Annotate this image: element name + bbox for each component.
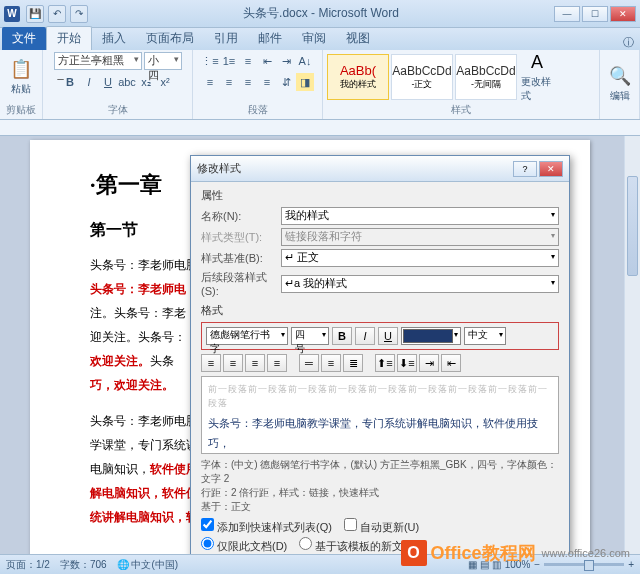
- find-icon: 🔍: [609, 65, 631, 87]
- undo-button[interactable]: ↶: [48, 5, 66, 23]
- style-description: 字体：(中文) 德彪钢笔行书字体，(默认) 方正兰亭粗黑_GBK，四号，字体颜色…: [201, 458, 559, 514]
- modify-style-dialog: 修改样式 ? ✕ 属性 名称(N): 我的样式 样式类型(T): 链接段落和字符…: [190, 155, 570, 574]
- word-count[interactable]: 字数：706: [60, 558, 107, 572]
- type-label: 样式类型(T):: [201, 230, 281, 245]
- find-button[interactable]: 🔍 编辑: [604, 59, 635, 109]
- justify-button[interactable]: ≡: [267, 354, 287, 372]
- ribbon-tabs: 文件 开始 插入 页面布局 引用 邮件 审阅 视图 ⓘ: [0, 28, 640, 50]
- style-item-nospace[interactable]: AaBbCcDd -无间隔: [455, 54, 517, 100]
- format-color-select[interactable]: [401, 327, 461, 345]
- tab-mail[interactable]: 邮件: [248, 27, 292, 50]
- spacing-15-button[interactable]: ≡: [321, 354, 341, 372]
- group-edit: 🔍 编辑: [600, 50, 640, 119]
- dialog-help-button[interactable]: ?: [513, 161, 537, 177]
- ruler[interactable]: [0, 120, 640, 136]
- save-button[interactable]: 💾: [26, 5, 44, 23]
- group-label: 样式: [327, 102, 595, 117]
- space-before-button[interactable]: ⬆≡: [375, 354, 395, 372]
- window-title: 头条号.docx - Microsoft Word: [88, 5, 554, 22]
- minimize-button[interactable]: —: [554, 6, 580, 22]
- format-bold-button[interactable]: B: [332, 327, 352, 345]
- align-right-button[interactable]: ≡: [239, 73, 257, 91]
- paste-button[interactable]: 📋 粘贴: [4, 52, 38, 102]
- superscript-button[interactable]: x²: [156, 73, 174, 91]
- indent-dec-button[interactable]: ⇤: [441, 354, 461, 372]
- align-center-button[interactable]: ≡: [220, 73, 238, 91]
- dialog-title: 修改样式: [197, 161, 511, 176]
- format-toolbar: ≡ ≡ ≡ ≡ ═ ≡ ≣ ⬆≡ ⬇≡ ⇥ ⇤: [201, 354, 559, 372]
- ribbon: 📋 粘贴 剪贴板 方正兰亭粗黑_ 小四 B I U abc x₂ x² 字体: [0, 50, 640, 120]
- numbering-button[interactable]: 1≡: [220, 52, 238, 70]
- dialog-titlebar[interactable]: 修改样式 ? ✕: [191, 156, 569, 182]
- align-center-button[interactable]: ≡: [223, 354, 243, 372]
- spacing-1-button[interactable]: ═: [299, 354, 319, 372]
- justify-button[interactable]: ≡: [258, 73, 276, 91]
- format-font-select[interactable]: 德彪钢笔行书字: [206, 327, 288, 345]
- style-item-normal[interactable]: AaBbCcDd -正文: [391, 54, 453, 100]
- styles-icon: A: [531, 52, 543, 73]
- group-label: 剪贴板: [4, 102, 38, 117]
- format-italic-button[interactable]: I: [355, 327, 375, 345]
- page-indicator[interactable]: 页面：1/2: [6, 558, 50, 572]
- tab-references[interactable]: 引用: [204, 27, 248, 50]
- tab-file[interactable]: 文件: [2, 27, 46, 50]
- spacing-2-button[interactable]: ≣: [343, 354, 363, 372]
- align-left-button[interactable]: ≡: [201, 73, 219, 91]
- style-preview: 前一段落前一段落前一段落前一段落前一段落前一段落前一段落前一段落前一段落 头条号…: [201, 376, 559, 454]
- group-label: 字体: [47, 102, 188, 117]
- base-select[interactable]: ↵ 正文: [281, 249, 559, 267]
- group-styles: AaBb( 我的样式 AaBbCcDd -正文 AaBbCcDd -无间隔 A …: [323, 50, 600, 119]
- font-size-select[interactable]: 小四: [144, 52, 182, 70]
- tab-layout[interactable]: 页面布局: [136, 27, 204, 50]
- bullets-button[interactable]: ⋮≡: [201, 52, 219, 70]
- add-quick-checkbox[interactable]: 添加到快速样式列表(Q): [201, 518, 332, 535]
- dialog-close-button[interactable]: ✕: [539, 161, 563, 177]
- next-label: 后续段落样式(S):: [201, 270, 281, 297]
- close-button[interactable]: ✕: [610, 6, 636, 22]
- maximize-button[interactable]: ☐: [582, 6, 608, 22]
- office-icon: O: [401, 540, 427, 566]
- space-after-button[interactable]: ⬇≡: [397, 354, 417, 372]
- title-bar: W 💾 ↶ ↷ 头条号.docx - Microsoft Word — ☐ ✕: [0, 0, 640, 28]
- format-underline-button[interactable]: U: [378, 327, 398, 345]
- next-select[interactable]: ↵a 我的样式: [281, 275, 559, 293]
- indent-inc-button[interactable]: ⇥: [419, 354, 439, 372]
- word-icon: W: [4, 6, 20, 22]
- paste-icon: 📋: [10, 58, 32, 80]
- redo-button[interactable]: ↷: [70, 5, 88, 23]
- style-item-mystyle[interactable]: AaBb( 我的样式: [327, 54, 389, 100]
- align-right-button[interactable]: ≡: [245, 354, 265, 372]
- tab-view[interactable]: 视图: [336, 27, 380, 50]
- scrollbar-thumb[interactable]: [627, 176, 638, 276]
- multilevel-button[interactable]: ≡: [239, 52, 257, 70]
- help-icon[interactable]: ⓘ: [623, 35, 634, 50]
- font-family-select[interactable]: 方正兰亭粗黑_: [54, 52, 142, 70]
- spacing-button[interactable]: ⇵: [277, 73, 295, 91]
- shading-button[interactable]: ◨: [296, 73, 314, 91]
- sort-button[interactable]: A↓: [296, 52, 314, 70]
- align-left-button[interactable]: ≡: [201, 354, 221, 372]
- section-properties: 属性: [201, 188, 559, 203]
- name-input[interactable]: 我的样式: [281, 207, 559, 225]
- italic-button[interactable]: I: [80, 73, 98, 91]
- tab-home[interactable]: 开始: [46, 26, 92, 50]
- language-indicator[interactable]: 🌐 中文(中国): [117, 558, 178, 572]
- section-format: 格式: [201, 303, 559, 318]
- indent-inc-button[interactable]: ⇥: [277, 52, 295, 70]
- color-swatch: [403, 329, 453, 343]
- auto-update-checkbox[interactable]: 自动更新(U): [344, 518, 419, 535]
- template-radio[interactable]: 基于该模板的新文档: [299, 537, 414, 554]
- indent-dec-button[interactable]: ⇤: [258, 52, 276, 70]
- tab-review[interactable]: 审阅: [292, 27, 336, 50]
- format-lang-select[interactable]: 中文: [464, 327, 506, 345]
- group-font: 方正兰亭粗黑_ 小四 B I U abc x₂ x² 字体: [43, 50, 193, 119]
- type-select: 链接段落和字符: [281, 228, 559, 246]
- vertical-scrollbar[interactable]: [624, 136, 640, 554]
- format-size-select[interactable]: 四号: [291, 327, 329, 345]
- this-doc-radio[interactable]: 仅限此文档(D): [201, 537, 287, 554]
- quick-access-toolbar: 💾 ↶ ↷: [26, 5, 88, 23]
- tab-insert[interactable]: 插入: [92, 27, 136, 50]
- strike-button[interactable]: abc: [118, 73, 136, 91]
- underline-button[interactable]: U: [99, 73, 117, 91]
- change-styles-button[interactable]: A 更改样式: [520, 52, 554, 102]
